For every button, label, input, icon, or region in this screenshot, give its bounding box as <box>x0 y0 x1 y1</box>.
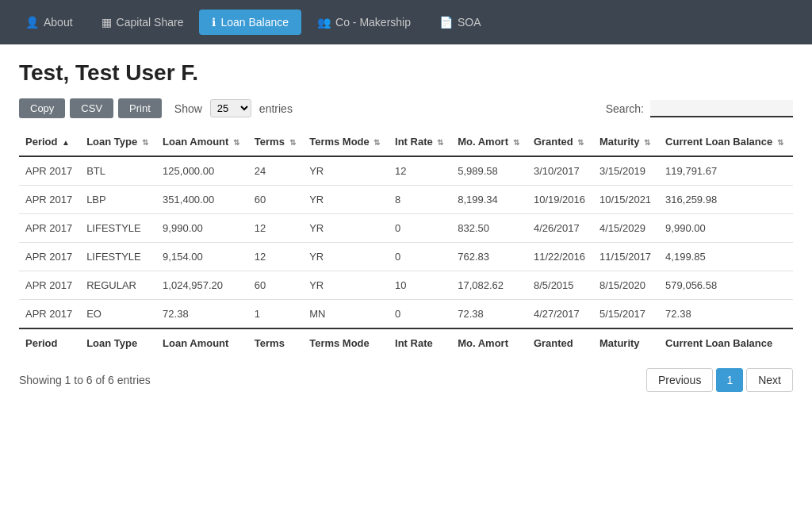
cell-current-loan-balance: 9,990.00 <box>659 214 793 243</box>
footer-col-balance: Current Loan Balance <box>659 328 793 357</box>
col-maturity[interactable]: Maturity ⇅ <box>593 128 659 156</box>
cell-current-loan-balance: 119,791.67 <box>659 156 793 186</box>
document-icon: 📄 <box>439 16 453 29</box>
cell-mo-amort: 762.83 <box>451 243 527 271</box>
col-mo-amort[interactable]: Mo. Amort ⇅ <box>451 128 527 156</box>
footer-col-terms-mode: Terms Mode <box>303 328 389 357</box>
page-1-button[interactable]: 1 <box>716 368 743 392</box>
cell-granted: 10/19/2016 <box>527 186 593 214</box>
table-row: APR 2017REGULAR1,024,957.2060YR1017,082.… <box>19 271 793 300</box>
cell-terms: 12 <box>248 243 303 271</box>
footer-col-loan-amount: Loan Amount <box>156 328 248 357</box>
cell-current-loan-balance: 72.38 <box>659 300 793 329</box>
sort-icon-maturity: ⇅ <box>644 138 650 147</box>
pagination: Previous 1 Next <box>646 368 793 392</box>
toolbar-row: Copy CSV Print Show 10 25 50 100 entries… <box>19 98 793 118</box>
cell-granted: 4/26/2017 <box>527 214 593 243</box>
cell-maturity: 3/15/2019 <box>593 156 659 186</box>
cell-granted: 4/27/2017 <box>527 300 593 329</box>
nav-about[interactable]: 👤 About <box>13 10 86 35</box>
cell-maturity: 11/15/2017 <box>593 243 659 271</box>
cell-terms: 12 <box>248 214 303 243</box>
footer-col-loan-type: Loan Type <box>80 328 156 357</box>
search-input[interactable] <box>650 100 793 117</box>
toolbar-right: Search: <box>606 100 793 117</box>
show-entries-select[interactable]: 10 25 50 100 <box>210 99 251 117</box>
table-row: APR 2017BTL125,000.0024YR125,989.583/10/… <box>19 156 793 186</box>
show-label: Show <box>174 102 202 115</box>
toolbar-left: Copy CSV Print Show 10 25 50 100 entries <box>19 98 293 118</box>
cell-loan-type: LIFESTYLE <box>80 214 156 243</box>
footer-col-maturity: Maturity <box>593 328 659 357</box>
cell-maturity: 5/15/2017 <box>593 300 659 329</box>
col-granted[interactable]: Granted ⇅ <box>527 128 593 156</box>
table-row: APR 2017LIFESTYLE9,990.0012YR0832.504/26… <box>19 214 793 243</box>
footer-col-period: Period <box>19 328 80 357</box>
cell-int-rate: 10 <box>389 271 451 300</box>
table-header-row: Period ▲ Loan Type ⇅ Loan Amount ⇅ Terms… <box>19 128 793 156</box>
sort-icon-granted: ⇅ <box>577 138 584 147</box>
col-loan-amount[interactable]: Loan Amount ⇅ <box>156 128 248 156</box>
sort-icon-balance: ⇅ <box>777 138 783 147</box>
nav-soa[interactable]: 📄 SOA <box>427 10 494 35</box>
cell-terms-mode: YR <box>303 186 389 214</box>
nav-capital-share[interactable]: ▦ Capital Share <box>89 10 197 35</box>
cell-period: APR 2017 <box>19 300 80 329</box>
sort-icon-mo-amort: ⇅ <box>513 138 519 147</box>
footer-col-terms: Terms <box>248 328 303 357</box>
cell-terms: 1 <box>248 300 303 329</box>
nav-co-makership[interactable]: 👥 Co - Makership <box>304 10 423 35</box>
cell-current-loan-balance: 316,259.98 <box>659 186 793 214</box>
showing-text: Showing 1 to 6 of 6 entries <box>19 374 151 386</box>
info-icon: ℹ <box>212 16 216 29</box>
sort-icon-int-rate: ⇅ <box>437 138 443 147</box>
col-terms[interactable]: Terms ⇅ <box>248 128 303 156</box>
cell-loan-type: LIFESTYLE <box>80 243 156 271</box>
cell-period: APR 2017 <box>19 156 80 186</box>
cell-current-loan-balance: 579,056.58 <box>659 271 793 300</box>
col-period[interactable]: Period ▲ <box>19 128 80 156</box>
cell-terms: 60 <box>248 186 303 214</box>
table-row: APR 2017LBP351,400.0060YR88,199.3410/19/… <box>19 186 793 214</box>
cell-loan-amount: 1,024,957.20 <box>156 271 248 300</box>
previous-button[interactable]: Previous <box>646 368 713 392</box>
csv-button[interactable]: CSV <box>70 98 113 118</box>
grid-icon: ▦ <box>102 16 112 29</box>
cell-int-rate: 8 <box>389 186 451 214</box>
cell-loan-amount: 9,990.00 <box>156 214 248 243</box>
nav-loan-balance[interactable]: ℹ Loan Balance <box>199 10 301 35</box>
page-title: Test, Test User F. <box>19 60 793 86</box>
cell-mo-amort: 832.50 <box>451 214 527 243</box>
cell-loan-type: LBP <box>80 186 156 214</box>
table-row: APR 2017LIFESTYLE9,154.0012YR0762.8311/2… <box>19 243 793 271</box>
navbar: 👤 About ▦ Capital Share ℹ Loan Balance 👥… <box>0 0 812 44</box>
cell-terms-mode: YR <box>303 156 389 186</box>
cell-mo-amort: 5,989.58 <box>451 156 527 186</box>
cell-terms: 60 <box>248 271 303 300</box>
cell-loan-type: REGULAR <box>80 271 156 300</box>
cell-terms-mode: YR <box>303 243 389 271</box>
cell-terms-mode: YR <box>303 214 389 243</box>
col-int-rate[interactable]: Int Rate ⇅ <box>389 128 451 156</box>
next-button[interactable]: Next <box>746 368 793 392</box>
cell-int-rate: 0 <box>389 243 451 271</box>
entries-label: entries <box>259 102 293 115</box>
copy-button[interactable]: Copy <box>19 98 65 118</box>
cell-maturity: 4/15/2029 <box>593 214 659 243</box>
cell-current-loan-balance: 4,199.85 <box>659 243 793 271</box>
table-row: APR 2017EO72.381MN072.384/27/20175/15/20… <box>19 300 793 329</box>
print-button[interactable]: Print <box>118 98 162 118</box>
sort-icon-terms-mode: ⇅ <box>373 138 380 147</box>
footer-col-granted: Granted <box>527 328 593 357</box>
col-current-loan-balance[interactable]: Current Loan Balance ⇅ <box>659 128 793 156</box>
sort-icon-loan-amount: ⇅ <box>233 138 239 147</box>
cell-loan-type: BTL <box>80 156 156 186</box>
cell-terms-mode: YR <box>303 271 389 300</box>
cell-loan-amount: 72.38 <box>156 300 248 329</box>
col-loan-type[interactable]: Loan Type ⇅ <box>80 128 156 156</box>
col-terms-mode[interactable]: Terms Mode ⇅ <box>303 128 389 156</box>
cell-loan-type: EO <box>80 300 156 329</box>
user-icon: 👤 <box>25 16 39 29</box>
footer-row: Showing 1 to 6 of 6 entries Previous 1 N… <box>19 368 793 392</box>
sort-icon-terms: ⇅ <box>289 138 296 147</box>
